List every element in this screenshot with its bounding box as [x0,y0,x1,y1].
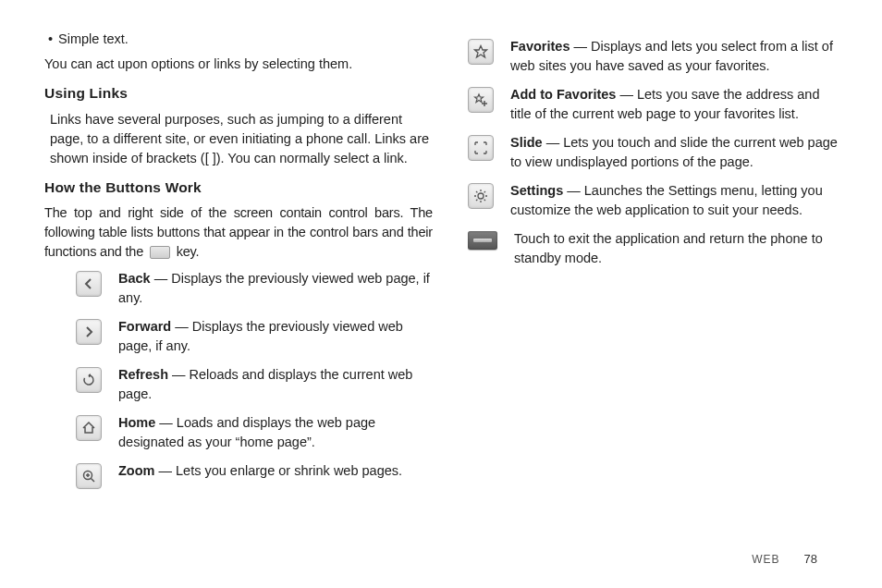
term: Home [118,415,155,430]
row-desc: Settings — Launches the Settings menu, l… [510,181,838,220]
definition: Touch to exit the application and return… [514,231,823,265]
links-paragraph: Links have several purposes, such as jum… [50,110,433,168]
row-desc: Favorites — Displays and lets you select… [510,37,838,76]
term: Favorites [510,39,570,54]
term: Slide [510,135,543,150]
row-desc: Forward — Displays the previously viewed… [118,317,433,356]
row-exit: Touch to exit the application and return… [468,229,838,268]
term: Back [118,271,151,286]
page-footer: WEB 78 [752,552,817,566]
right-column: Favorites — Displays and lets you select… [468,30,838,498]
home-icon [76,415,102,441]
page-number: 78 [804,552,817,566]
star-plus-icon [468,87,494,113]
forward-icon [76,319,102,345]
buttons-intro-text-b: key. [173,244,200,259]
term: Forward [118,319,171,334]
term: Add to Favorites [510,87,616,102]
row-desc: Zoom — Lets you enlarge or shrink web pa… [118,461,433,481]
exit-key-icon [468,231,497,250]
row-back: Back — Displays the previously viewed we… [76,269,433,308]
soft-key-icon [150,246,170,259]
svg-point-6 [478,193,484,199]
star-icon [468,39,494,65]
row-settings: Settings — Launches the Settings menu, l… [468,181,838,220]
term: Zoom [118,463,154,478]
zoom-icon [76,463,102,489]
row-desc: Touch to exit the application and return… [514,229,838,268]
row-desc: Add to Favorites — Lets you save the add… [510,85,838,124]
expand-icon [468,135,494,161]
bullet-text: Simple text. [58,30,129,49]
row-slide: Slide — Lets you touch and slide the cur… [468,133,838,172]
row-desc: Home — Loads and displays the web page d… [118,413,433,452]
buttons-intro: The top and right side of the screen con… [44,203,433,262]
document-page: • Simple text. You can act upon options … [0,0,882,588]
row-desc: Back — Displays the previously viewed we… [118,269,433,308]
back-icon [76,271,102,297]
bullet-marker: • [44,30,53,49]
row-home: Home — Loads and displays the web page d… [76,413,433,452]
row-add-favorites: Add to Favorites — Lets you save the add… [468,85,838,124]
svg-line-1 [92,479,95,483]
term: Refresh [118,367,168,382]
row-zoom: Zoom — Lets you enlarge or shrink web pa… [76,461,433,489]
definition: — Displays the previously viewed web pag… [118,271,430,305]
definition: — Lets you touch and slide the current w… [510,135,838,169]
heading-using-links: Using Links [44,83,433,104]
row-forward: Forward — Displays the previously viewed… [76,317,433,356]
term: Settings [510,183,563,198]
row-refresh: Refresh — Reloads and displays the curre… [76,365,433,404]
row-desc: Slide — Lets you touch and slide the cur… [510,133,838,172]
two-column-layout: • Simple text. You can act upon options … [44,30,847,498]
left-column: • Simple text. You can act upon options … [44,30,433,498]
heading-how-buttons-work: How the Buttons Work [44,178,433,198]
row-favorites: Favorites — Displays and lets you select… [468,37,838,76]
refresh-icon [76,367,102,393]
bullet-item: • Simple text. [44,30,433,49]
buttons-intro-text-a: The top and right side of the screen con… [44,205,433,259]
gear-icon [468,183,494,209]
intro-paragraph: You can act upon options or links by sel… [44,55,433,74]
definition: — Loads and displays the web page design… [118,415,375,449]
definition: — Lets you enlarge or shrink web pages. [154,463,402,478]
row-desc: Refresh — Reloads and displays the curre… [118,365,433,404]
footer-section: WEB [752,553,779,566]
